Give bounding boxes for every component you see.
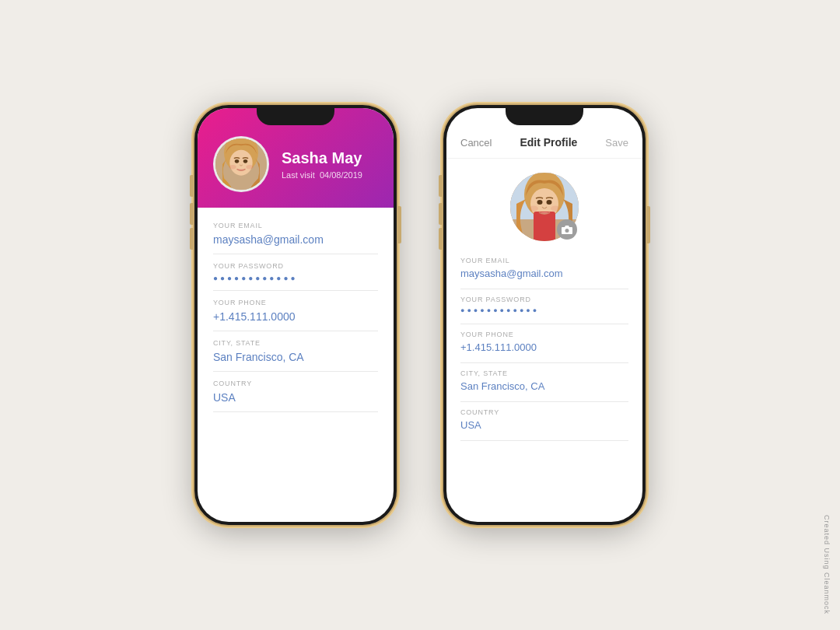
svg-point-2 — [229, 150, 252, 176]
svg-point-5 — [229, 165, 236, 170]
notch-edit — [506, 108, 583, 125]
watermark: Created Using Cleanmock — [823, 515, 831, 614]
cancel-button[interactable]: Cancel — [460, 137, 492, 149]
field-group: CITY, STATESan Francisco, CA — [213, 331, 378, 372]
edit-field-value[interactable]: maysasha@gmail.com — [460, 268, 628, 282]
field-value: ●●●●●●●●●●●● — [213, 274, 378, 282]
profile-lastvisit: Last visit 04/08/2019 — [282, 170, 362, 180]
svg-point-17 — [565, 229, 569, 233]
edit-field-group[interactable]: YOUR PASSWORD●●●●●●●●●●●● — [460, 289, 628, 324]
phone-edit-profile: Cancel Edit Profile Save — [443, 105, 646, 525]
field-value: USA — [213, 391, 378, 404]
camera-icon[interactable] — [557, 219, 577, 240]
svg-point-13 — [537, 200, 543, 205]
svg-point-15 — [529, 206, 538, 212]
edit-profile-title: Edit Profile — [520, 136, 577, 149]
svg-rect-12 — [534, 212, 555, 241]
field-label: YOUR PASSWORD — [213, 262, 378, 270]
field-group: YOUR PASSWORD●●●●●●●●●●●● — [213, 254, 378, 291]
field-label: COUNTRY — [213, 380, 378, 387]
edit-field-value[interactable]: San Francisco, CA — [460, 380, 628, 395]
field-value: maysasha@gmail.com — [213, 233, 378, 246]
field-group: YOUR PHONE+1.415.111.0000 — [213, 291, 378, 331]
phone-view-profile: Sasha May Last visit 04/08/2019 YOUR EMA… — [194, 105, 397, 525]
svg-point-6 — [246, 165, 253, 170]
avatar — [213, 136, 269, 192]
profile-fields: YOUR EMAILmaysasha@gmail.comYOUR PASSWOR… — [198, 208, 394, 412]
svg-point-16 — [551, 206, 560, 212]
svg-point-3 — [235, 159, 240, 163]
edit-fields: YOUR EMAILmaysasha@gmail.comYOUR PASSWOR… — [446, 250, 642, 441]
edit-field-group[interactable]: COUNTRYUSA — [460, 402, 628, 441]
edit-field-group[interactable]: CITY, STATESan Francisco, CA — [460, 363, 628, 402]
edit-field-value[interactable]: USA — [460, 419, 628, 434]
svg-point-14 — [547, 200, 552, 205]
edit-field-value[interactable]: ●●●●●●●●●●●● — [460, 306, 628, 317]
field-group: YOUR EMAILmaysasha@gmail.com — [213, 214, 378, 254]
edit-avatar-section — [446, 159, 642, 250]
edit-field-value[interactable]: +1.415.111.0000 — [460, 341, 628, 356]
field-label: CITY, STATE — [213, 339, 378, 347]
profile-name: Sasha May — [282, 149, 362, 167]
field-value: +1.415.111.0000 — [213, 310, 378, 323]
edit-field-label: COUNTRY — [460, 408, 628, 416]
field-label: YOUR PHONE — [213, 299, 378, 306]
field-value: San Francisco, CA — [213, 351, 378, 363]
edit-field-label: YOUR PHONE — [460, 331, 628, 338]
avatar-wrapper[interactable] — [510, 173, 579, 241]
svg-point-4 — [243, 159, 248, 163]
edit-field-label: YOUR EMAIL — [460, 257, 628, 264]
edit-field-label: YOUR PASSWORD — [460, 296, 628, 303]
edit-field-label: CITY, STATE — [460, 369, 628, 377]
notch — [257, 108, 334, 125]
edit-field-group[interactable]: YOUR EMAILmaysasha@gmail.com — [460, 250, 628, 289]
field-group: COUNTRYUSA — [213, 372, 378, 412]
profile-info: Sasha May Last visit 04/08/2019 — [282, 149, 362, 180]
field-label: YOUR EMAIL — [213, 222, 378, 229]
save-button[interactable]: Save — [605, 137, 628, 149]
edit-field-group[interactable]: YOUR PHONE+1.415.111.0000 — [460, 324, 628, 363]
